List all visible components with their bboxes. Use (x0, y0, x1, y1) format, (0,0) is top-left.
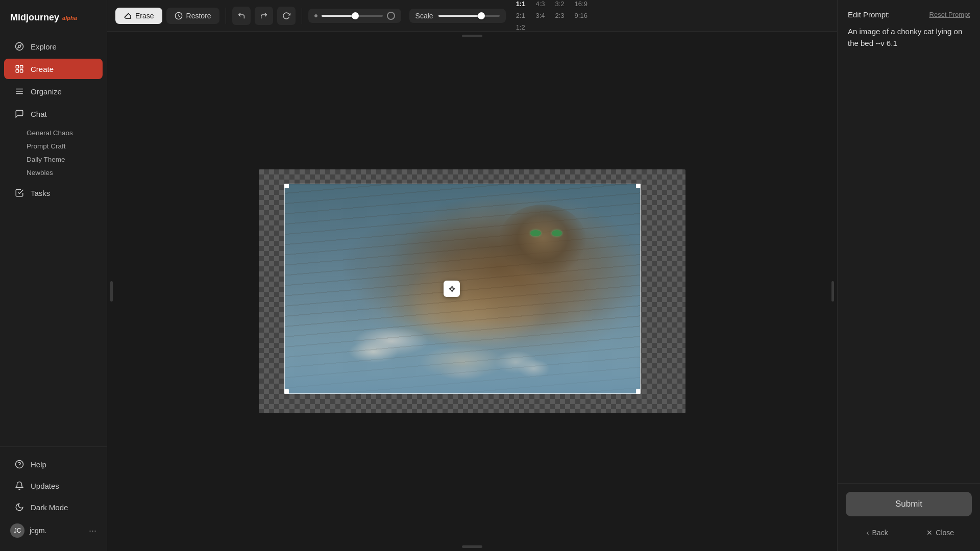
sidebar-item-create-label: Create (31, 65, 54, 73)
svg-rect-2 (16, 65, 18, 68)
selection-handle-top-left[interactable] (284, 184, 289, 188)
ratio-grid: 1:1 4:3 3:2 16:9 2:1 3:4 2:3 9:16 1:2 (514, 0, 590, 32)
selection-handle-top-right[interactable] (636, 184, 641, 188)
scale-slider[interactable] (438, 15, 500, 17)
ratio-3-4[interactable]: 3:4 (533, 11, 547, 20)
toolbar: Erase Restore (107, 0, 837, 32)
ratio-1-1[interactable]: 1:1 (514, 0, 528, 9)
svg-rect-5 (20, 70, 23, 72)
brush-size-control[interactable] (308, 9, 401, 23)
canvas-wrapper[interactable]: ✥ (259, 169, 685, 413)
edit-prompt-title: Edit Prompt: (848, 10, 890, 19)
sidebar-item-organize[interactable]: Organize (4, 81, 103, 102)
sidebar-item-chat-label: Chat (31, 110, 47, 118)
sidebar-item-explore[interactable]: Explore (4, 36, 103, 57)
erase-icon (124, 12, 132, 20)
ratio-16-9[interactable]: 16:9 (573, 0, 590, 9)
chat-subitem-general-chaos[interactable]: General Chaos (20, 127, 107, 139)
toolbar-divider-1 (226, 8, 226, 24)
logo-alpha: alpha (62, 15, 77, 21)
ratio-9-16[interactable]: 9:16 (573, 11, 590, 20)
compass-icon (14, 41, 24, 52)
undo-button[interactable] (232, 7, 251, 25)
close-button[interactable]: ✕ Close (909, 522, 972, 543)
svg-marker-1 (18, 45, 21, 48)
moon-icon (14, 502, 24, 512)
chat-subitem-newbies[interactable]: Newbies (20, 166, 107, 179)
ratio-3-2[interactable]: 3:2 (553, 0, 567, 9)
sidebar-item-dark-mode[interactable]: Dark Mode (4, 497, 103, 517)
prompt-text[interactable]: An image of a chonky cat lying on the be… (848, 26, 970, 49)
sidebar-item-help[interactable]: Help (4, 454, 103, 474)
sidebar-item-explore-label: Explore (31, 42, 57, 51)
right-panel-content: Edit Prompt: Reset Prompt An image of a … (838, 0, 980, 483)
sidebar-item-updates-label: Updates (31, 482, 59, 490)
svg-line-8 (126, 13, 129, 16)
sidebar-item-create[interactable]: Create (4, 59, 103, 79)
sidebar-item-dark-mode-label: Dark Mode (31, 503, 68, 512)
create-icon (14, 64, 24, 74)
tasks-icon (14, 188, 24, 198)
chat-subitems: General Chaos Prompt Craft Daily Theme N… (0, 124, 107, 182)
chat-subitem-daily-theme[interactable]: Daily Theme (20, 153, 107, 166)
image-container[interactable]: ✥ (284, 184, 641, 394)
sidebar-item-updates[interactable]: Updates (4, 475, 103, 496)
sidebar-item-chat[interactable]: Chat (4, 104, 103, 124)
toolbar-divider-2 (302, 8, 302, 24)
logo: Midjourney alpha (0, 8, 107, 35)
restore-label: Restore (186, 12, 211, 20)
ratio-2-3[interactable]: 2:3 (553, 11, 567, 20)
scale-control[interactable]: Scale (409, 9, 506, 23)
svg-point-0 (16, 43, 23, 51)
right-panel: Edit Prompt: Reset Prompt An image of a … (837, 0, 980, 551)
user-profile-row[interactable]: JC jcgm. ··· (0, 518, 107, 543)
bell-icon (14, 481, 24, 491)
main-content: Erase Restore (107, 0, 837, 551)
back-label: Back (872, 529, 888, 537)
restore-icon (175, 12, 183, 20)
selection-handle-bottom-right[interactable] (636, 389, 641, 394)
ratio-2-1[interactable]: 2:1 (514, 11, 528, 20)
ratio-1-2[interactable]: 1:2 (514, 22, 528, 32)
avatar: JC (10, 523, 24, 538)
close-label: Close (936, 529, 954, 537)
canvas-area[interactable]: ✥ (107, 32, 837, 551)
avatar-initials: JC (14, 527, 21, 534)
back-chevron-icon: ‹ (867, 529, 869, 537)
logo-text: Midjourney (10, 12, 59, 23)
erase-label: Erase (135, 12, 154, 20)
chat-subitem-prompt-craft[interactable]: Prompt Craft (20, 140, 107, 153)
bottom-actions: ‹ Back ✕ Close (846, 522, 972, 543)
chat-icon (14, 109, 24, 119)
brush-small-indicator (314, 14, 317, 17)
cat-image (284, 184, 641, 394)
sidebar-item-tasks[interactable]: Tasks (4, 183, 103, 203)
close-x-icon: ✕ (926, 529, 933, 537)
scale-label: Scale (415, 12, 433, 20)
organize-icon (14, 86, 24, 96)
brush-large-indicator (387, 12, 395, 20)
move-cursor[interactable]: ✥ (444, 281, 460, 297)
user-more-button[interactable]: ··· (89, 525, 96, 536)
refresh-button[interactable] (277, 7, 296, 25)
scroll-indicator-right (831, 281, 834, 302)
brush-size-slider[interactable] (322, 15, 383, 17)
sidebar-bottom: Help Updates Dark Mode JC jcgm. ··· (0, 446, 107, 543)
redo-button[interactable] (255, 7, 273, 25)
ratio-4-3[interactable]: 4:3 (533, 0, 547, 9)
selection-handle-bottom-left[interactable] (284, 389, 289, 394)
sidebar-item-help-label: Help (31, 460, 46, 469)
svg-rect-4 (16, 70, 18, 72)
svg-line-11 (179, 16, 180, 17)
back-button[interactable]: ‹ Back (846, 522, 909, 543)
submit-button[interactable]: Submit (846, 492, 972, 516)
scroll-indicator-left (110, 281, 113, 302)
sidebar: Midjourney alpha Explore Create Organize (0, 0, 107, 551)
reset-prompt-button[interactable]: Reset Prompt (929, 11, 970, 18)
username: jcgm. (30, 527, 84, 535)
restore-button[interactable]: Restore (166, 8, 219, 24)
erase-button[interactable]: Erase (115, 8, 162, 24)
scroll-indicator-bottom (462, 545, 482, 548)
sidebar-item-tasks-label: Tasks (31, 189, 50, 197)
help-icon (14, 459, 24, 469)
